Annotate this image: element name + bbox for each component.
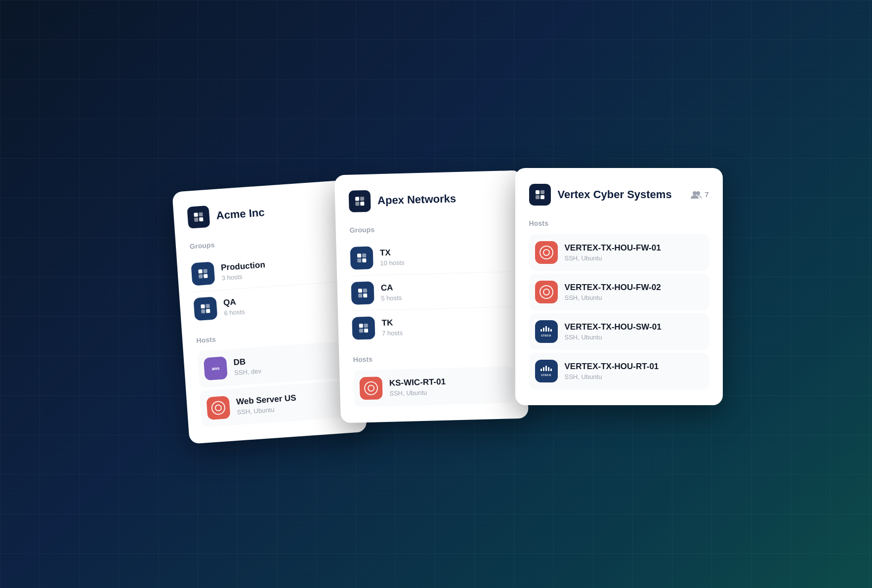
group-item-ca[interactable]: CA 5 hosts [351,272,512,311]
vertex-member-count: 7 [705,190,708,199]
host-icon-fw-02 [535,281,558,303]
cards-container: Acme Inc Groups Production 3 hosts [150,168,723,420]
production-name: Production [220,260,265,273]
vertex-meta: 7 [691,190,708,199]
card-header-apex: Apex Networks [348,186,509,212]
svg-point-32 [693,191,697,195]
group-icon-ca [351,281,374,304]
vertex-title: Vertex Cyber Systems [558,188,684,201]
sw-01-name: VERTEX-TX-HOU-SW-01 [565,322,662,332]
ks-wic-name: KS-WIC-RT-01 [389,377,446,388]
host-item-sw-01[interactable]: cisco VERTEX-TX-HOU-SW-01 SSH, Ubuntu [529,313,709,350]
apex-logo [348,190,371,212]
tx-sub: 10 hosts [380,258,405,266]
acme-hosts-section: Hosts aws DB SSH, dev Web Server US SSH,… [196,326,352,427]
host-icon-ks-wic [359,377,382,400]
tx-name: TX [379,247,404,257]
svg-rect-30 [536,195,540,199]
svg-rect-3 [199,217,203,221]
host-icon-fw-01 [535,241,558,264]
svg-rect-13 [360,196,364,200]
group-icon-qa [193,296,217,321]
host-item-fw-02[interactable]: VERTEX-TX-HOU-FW-02 SSH, Ubuntu [529,274,709,310]
host-icon-db: aws [203,356,227,380]
host-item-fw-01[interactable]: VERTEX-TX-HOU-FW-01 SSH, Ubuntu [529,234,709,271]
svg-rect-6 [199,274,203,278]
svg-rect-14 [355,202,359,206]
svg-rect-27 [364,328,368,332]
svg-rect-4 [198,269,203,274]
svg-rect-16 [357,253,361,257]
svg-rect-21 [363,288,367,292]
acme-groups-list: Production 3 hosts QA 6 hosts [190,247,345,327]
production-sub: 3 hosts [221,271,266,282]
card-vertex: Vertex Cyber Systems 7 Hosts VERTEX-TX-H… [515,168,723,405]
host-icon-rt-01: cisco [535,360,558,382]
host-icon-sw-01: cisco [535,320,558,343]
apex-hosts-section: Hosts KS-WIC-RT-01 SSH, Ubuntu [353,351,514,407]
host-icon-webserver [206,395,230,420]
acme-logo [187,205,210,228]
vertex-logo [529,184,551,206]
svg-rect-2 [194,217,198,222]
ca-sub: 5 hosts [381,294,402,302]
tk-name: TK [381,318,402,328]
host-item-webserver[interactable]: Web Server US SSH, Ubuntu [200,380,352,427]
svg-rect-18 [357,258,361,262]
card-header-vertex: Vertex Cyber Systems 7 [529,184,709,206]
group-item-tk[interactable]: TK 7 hosts [351,307,512,345]
svg-rect-10 [201,309,205,313]
svg-rect-8 [201,304,205,308]
svg-rect-24 [359,324,363,328]
apex-groups-label: Groups [349,222,509,234]
acme-title: Acme Inc [215,201,337,222]
svg-rect-22 [358,294,362,297]
svg-rect-17 [362,253,366,257]
ca-name: CA [380,283,401,293]
svg-rect-19 [362,258,366,262]
svg-rect-26 [359,329,363,333]
rt-01-name: VERTEX-TX-HOU-RT-01 [565,362,659,372]
fw-02-name: VERTEX-TX-HOU-FW-02 [565,283,661,293]
group-item-tx[interactable]: TX 10 hosts [350,237,511,276]
svg-rect-12 [355,197,359,201]
svg-rect-15 [360,201,364,205]
rt-01-sub: SSH, Ubuntu [565,373,659,380]
fw-01-sub: SSH, Ubuntu [565,254,661,262]
db-name: DB [233,356,260,368]
group-icon-production [191,261,215,286]
tk-sub: 7 hosts [381,329,402,337]
host-item-db[interactable]: aws DB SSH, dev [197,340,349,387]
acme-groups-label: Groups [189,232,339,250]
card-header-acme: Acme Inc [187,196,338,228]
group-icon-tk [352,316,375,339]
svg-rect-5 [203,269,208,273]
card-apex: Apex Networks Groups TX 10 hosts [334,170,528,423]
apex-title: Apex Networks [377,191,509,207]
svg-rect-20 [358,289,362,293]
svg-rect-29 [540,190,544,194]
svg-point-33 [696,191,700,195]
svg-rect-28 [536,190,540,194]
members-icon [691,190,702,199]
acme-hosts-label: Hosts [196,326,346,344]
svg-rect-9 [206,304,210,308]
ks-wic-sub: SSH, Ubuntu [389,388,446,397]
fw-01-name: VERTEX-TX-HOU-FW-01 [565,243,661,253]
db-sub: SSH, dev [234,367,261,377]
vertex-hosts-list: VERTEX-TX-HOU-FW-01 SSH, Ubuntu VERTEX-T… [529,234,709,389]
fw-02-sub: SSH, Ubuntu [565,294,661,301]
qa-sub: 6 hosts [224,308,245,317]
svg-rect-1 [199,212,203,216]
svg-rect-11 [206,309,210,313]
svg-rect-23 [363,293,367,297]
svg-rect-31 [540,195,544,199]
apex-groups-list: TX 10 hosts CA 5 hosts [350,237,512,345]
host-item-ks-wic[interactable]: KS-WIC-RT-01 SSH, Ubuntu [353,366,514,407]
svg-rect-0 [194,212,198,217]
group-icon-tx [350,246,373,269]
host-item-rt-01[interactable]: cisco VERTEX-TX-HOU-RT-01 SSH, Ubuntu [529,353,709,389]
vertex-hosts-label: Hosts [529,219,709,227]
svg-rect-25 [364,323,368,327]
sw-01-sub: SSH, Ubuntu [565,334,662,341]
